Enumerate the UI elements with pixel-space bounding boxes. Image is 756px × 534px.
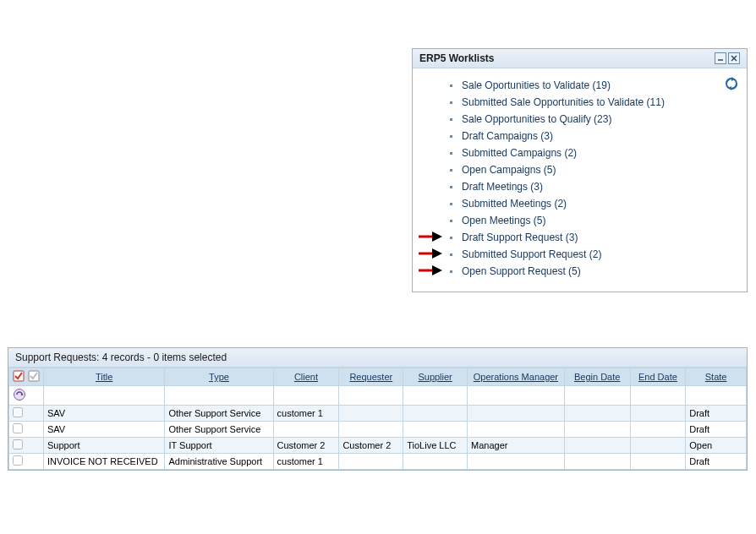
worklist-item[interactable]: Sale Oportunities to Validate (19) xyxy=(450,77,735,94)
svg-marker-10 xyxy=(432,265,442,275)
filter-client[interactable] xyxy=(277,389,336,402)
header-actions xyxy=(9,368,44,386)
worklist-item-label[interactable]: Draft Meetings (3) xyxy=(462,181,543,193)
worklist-item[interactable]: Open Campaigns (5) xyxy=(450,161,735,178)
worklist-item-label[interactable]: Submitted Meetings (2) xyxy=(462,198,567,210)
uncheck-all-icon[interactable] xyxy=(28,370,40,384)
col-link-end[interactable]: End Date xyxy=(638,372,677,382)
row-select-checkbox[interactable] xyxy=(13,455,23,466)
filter-ops[interactable] xyxy=(471,389,561,402)
filter-begin[interactable] xyxy=(568,389,627,402)
worklist-item[interactable]: Sale Opportunities to Qualify (23) xyxy=(450,111,735,128)
row-select-cell xyxy=(9,454,44,470)
filter-title[interactable] xyxy=(47,389,161,402)
cell-client: customer 1 xyxy=(273,454,339,470)
worklist-title: ERP5 Worklists xyxy=(419,52,494,64)
cell-ops xyxy=(468,454,565,470)
col-header-requester[interactable]: Requester xyxy=(339,368,403,386)
worklist-item[interactable]: Submitted Campaigns (2) xyxy=(450,144,735,161)
cell-supplier xyxy=(403,406,468,422)
worklist-item-label[interactable]: Draft Support Request (3) xyxy=(462,232,578,243)
worklist-item[interactable]: Draft Support Request (3) xyxy=(450,229,735,246)
col-header-ops[interactable]: Operations Manager xyxy=(468,368,565,386)
worklist-item[interactable]: Open Support Request (5) xyxy=(450,263,735,280)
worklist-item-label[interactable]: Open Campaigns (5) xyxy=(462,164,556,176)
worklist-item[interactable]: Submitted Meetings (2) xyxy=(450,195,735,212)
cell-state: Draft xyxy=(686,422,747,438)
cell-begin xyxy=(564,454,630,470)
worklist-item-label[interactable]: Submitted Campaigns (2) xyxy=(462,147,577,159)
cell-client: customer 1 xyxy=(273,406,339,422)
worklist-window-controls xyxy=(715,52,740,64)
col-header-state[interactable]: State xyxy=(686,368,747,386)
col-header-begin[interactable]: Begin Date xyxy=(564,368,630,386)
svg-marker-8 xyxy=(432,248,442,259)
col-header-end[interactable]: End Date xyxy=(630,368,686,386)
col-link-requester[interactable]: Requester xyxy=(349,372,392,382)
col-header-type[interactable]: Type xyxy=(165,368,273,386)
svg-marker-6 xyxy=(432,232,442,242)
worklist-header: ERP5 Worklists xyxy=(413,49,747,68)
cell-requester xyxy=(339,406,403,422)
worklist-item[interactable]: Draft Campaigns (3) xyxy=(450,128,735,144)
worklist-item-label[interactable]: Draft Campaigns (3) xyxy=(462,130,553,142)
filter-requester[interactable] xyxy=(342,389,399,402)
col-header-title[interactable]: Title xyxy=(43,368,164,386)
cell-requester xyxy=(339,422,403,438)
cell-title: Support xyxy=(43,438,164,454)
cell-end xyxy=(630,406,686,422)
minimize-icon[interactable] xyxy=(715,52,726,64)
table-row[interactable]: SAVOther Support Servicecustomer 1Draft xyxy=(9,406,747,422)
col-header-client[interactable]: Client xyxy=(273,368,339,386)
row-select-checkbox[interactable] xyxy=(13,423,23,433)
col-header-supplier[interactable]: Supplier xyxy=(403,368,468,386)
worklist-item-label[interactable]: Open Meetings (5) xyxy=(462,215,545,226)
worklist-item-label[interactable]: Sale Opportunities to Qualify (23) xyxy=(462,113,611,125)
col-link-client[interactable]: Client xyxy=(294,372,318,382)
cell-type: Other Support Service xyxy=(165,406,273,422)
table-body: SAVOther Support Servicecustomer 1DraftS… xyxy=(9,406,747,470)
row-select-checkbox[interactable] xyxy=(13,439,23,450)
filter-type[interactable] xyxy=(168,389,269,402)
table-row[interactable]: SAVOther Support ServiceDraft xyxy=(9,422,747,438)
check-all-icon[interactable] xyxy=(13,370,25,384)
filter-apply-icon[interactable] xyxy=(13,388,26,403)
table-row[interactable]: SupportIT SupportCustomer 2Customer 2Tio… xyxy=(9,438,747,454)
cell-begin xyxy=(564,422,630,438)
cell-state: Draft xyxy=(686,454,747,470)
table-head: Title Type Client Requester Supplier Ope… xyxy=(9,368,747,406)
arrow-icon xyxy=(419,248,442,259)
col-link-supplier[interactable]: Supplier xyxy=(418,372,452,382)
worklist-item[interactable]: Submitted Sale Opportunities to Validate… xyxy=(450,94,735,111)
arrow-icon xyxy=(419,264,442,276)
worklist-item[interactable]: Submitted Support Request (2) xyxy=(450,246,735,263)
filter-state[interactable] xyxy=(689,389,742,402)
col-link-begin[interactable]: Begin Date xyxy=(574,372,620,382)
filter-row xyxy=(9,386,747,406)
worklist-item-label[interactable]: Open Support Request (5) xyxy=(462,265,581,277)
col-link-title[interactable]: Title xyxy=(96,372,112,382)
worklist-item[interactable]: Open Meetings (5) xyxy=(450,212,735,229)
row-select-checkbox[interactable] xyxy=(13,407,23,417)
worklist-item-label[interactable]: Submitted Sale Opportunities to Validate… xyxy=(462,96,665,108)
arrow-icon xyxy=(419,231,442,242)
worklist-item[interactable]: Draft Meetings (3) xyxy=(450,178,735,195)
table-row[interactable]: INVOICE NOT RECEIVEDAdministrative Suppo… xyxy=(9,454,747,470)
cell-requester: Customer 2 xyxy=(339,438,403,454)
cell-title: INVOICE NOT RECEIVED xyxy=(43,454,164,470)
cell-type: IT Support xyxy=(165,438,273,454)
filter-supplier[interactable] xyxy=(407,389,463,402)
close-icon[interactable] xyxy=(728,52,740,64)
cell-supplier: TioLive LLC xyxy=(403,438,468,454)
col-link-ops[interactable]: Operations Manager xyxy=(474,372,558,382)
cell-state: Draft xyxy=(686,406,747,422)
row-select-cell xyxy=(9,422,44,438)
worklist-panel: ERP5 Worklists Sale Oportunities to Vali… xyxy=(412,48,748,292)
col-link-type[interactable]: Type xyxy=(209,372,229,382)
worklist-item-label[interactable]: Submitted Support Request (2) xyxy=(462,248,601,260)
cell-ops xyxy=(468,422,565,438)
worklist-item-label[interactable]: Sale Oportunities to Validate (19) xyxy=(462,79,611,91)
filter-end[interactable] xyxy=(634,389,682,402)
cell-ops xyxy=(468,406,565,422)
col-link-state[interactable]: State xyxy=(705,372,727,382)
